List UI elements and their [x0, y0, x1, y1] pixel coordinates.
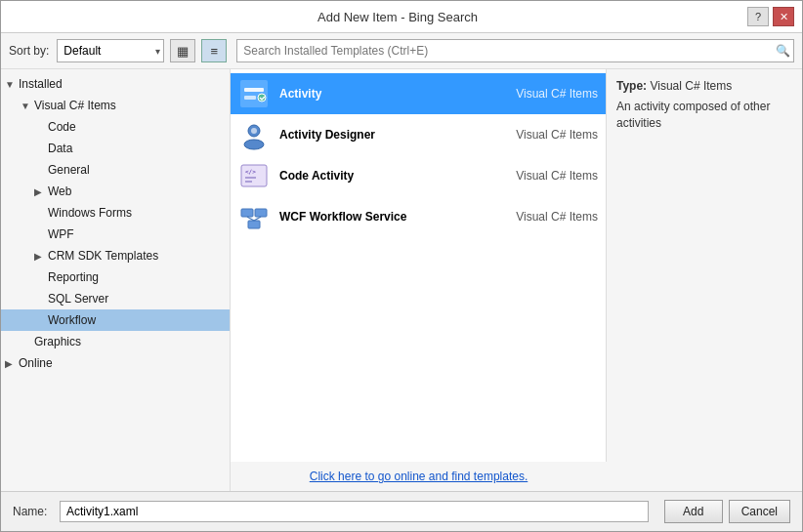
title-bar: Add New Item - Bing Search ? ✕ [1, 1, 802, 33]
view-list-button[interactable]: ≡ [201, 39, 227, 62]
list-item-wcf-workflow[interactable]: WCF Workflow Service Visual C# Items [231, 196, 606, 237]
sidebar-item-label: Graphics [34, 335, 81, 348]
expand-icon: ▼ [21, 101, 34, 111]
info-description: An activity composed of other activities [616, 99, 792, 132]
name-input[interactable] [60, 501, 649, 522]
type-label: Type: [616, 79, 647, 93]
code-activity-icon: </> [238, 160, 270, 191]
title-buttons: ? ✕ [747, 7, 794, 26]
sidebar-item-label: Windows Forms [48, 206, 132, 220]
svg-rect-13 [248, 221, 260, 228]
sidebar-item-general[interactable]: General [1, 159, 230, 181]
svg-text:</>: </> [245, 168, 256, 175]
activity-icon [238, 78, 270, 109]
list-item-category: Visual C# Items [500, 210, 598, 224]
dialog: Add New Item - Bing Search ? ✕ Sort by: … [0, 0, 803, 532]
info-panel: Type: Visual C# Items An activity compos… [607, 69, 802, 491]
sort-select[interactable]: Default [57, 39, 164, 62]
info-type-row: Type: Visual C# Items [616, 79, 792, 93]
sidebar-item-data[interactable]: Data [1, 138, 230, 159]
online-link[interactable]: Click here to go online and find templat… [231, 462, 607, 491]
grid-view-icon: ▦ [177, 44, 189, 59]
expand-icon: ▶ [34, 186, 48, 197]
list-item-name: Activity Designer [279, 128, 490, 142]
sidebar-item-online[interactable]: ▶ Online [1, 352, 230, 374]
item-list-container: Activity Visual C# Items Activity Design… [231, 69, 607, 491]
sidebar-item-label: Data [48, 142, 72, 155]
list-view-icon: ≡ [211, 44, 219, 59]
wcf-workflow-icon [238, 201, 270, 232]
list-item-name: Code Activity [279, 169, 490, 183]
sidebar-item-web[interactable]: ▶ Web [1, 181, 230, 202]
expand-icon: ▶ [34, 251, 48, 262]
sort-label: Sort by: [9, 44, 49, 58]
sidebar-item-graphics[interactable]: Graphics [1, 331, 230, 352]
sidebar-item-label: Online [19, 356, 53, 370]
list-item-category: Visual C# Items [500, 128, 598, 142]
sidebar-item-label: WPF [48, 227, 74, 241]
expand-icon: ▼ [5, 79, 19, 90]
svg-point-6 [251, 128, 257, 134]
sidebar-item-label: Visual C# Items [34, 99, 116, 112]
name-label: Name: [13, 505, 52, 518]
sort-select-wrap: Default [57, 39, 164, 62]
close-button[interactable]: ✕ [773, 7, 794, 26]
list-item-name: WCF Workflow Service [279, 210, 490, 224]
sidebar-item-label: Workflow [48, 313, 96, 327]
svg-line-15 [254, 217, 261, 221]
search-icon: 🔍 [776, 44, 790, 58]
sidebar-item-reporting[interactable]: Reporting [1, 266, 230, 288]
add-button[interactable]: Add [664, 500, 723, 523]
toolbar: Sort by: Default ▦ ≡ 🔍 [1, 33, 802, 69]
sidebar-item-label: SQL Server [48, 292, 108, 306]
sidebar-item-label: Installed [19, 77, 63, 91]
cancel-button[interactable]: Cancel [729, 500, 790, 523]
sidebar-item-installed[interactable]: ▼ Installed [1, 73, 230, 95]
svg-rect-11 [241, 209, 253, 217]
svg-rect-12 [255, 209, 267, 217]
sidebar-item-sql-server[interactable]: SQL Server [1, 288, 230, 309]
search-wrap: 🔍 [236, 39, 794, 62]
main-content: ▼ Installed ▼ Visual C# Items Code [1, 69, 802, 491]
sidebar-item-label: General [48, 163, 90, 177]
expand-icon: ▶ [5, 358, 19, 369]
activity-designer-icon [238, 119, 270, 150]
svg-rect-2 [244, 96, 256, 100]
view-grid-button[interactable]: ▦ [170, 39, 195, 62]
sidebar-item-label: Web [48, 184, 71, 198]
footer-buttons: Add Cancel [664, 500, 790, 523]
list-item-code-activity[interactable]: </> Code Activity Visual C# Items [231, 155, 606, 196]
search-input[interactable] [236, 39, 794, 62]
list-item-category: Visual C# Items [500, 169, 598, 183]
list-item-activity-designer[interactable]: Activity Designer Visual C# Items [231, 114, 606, 155]
svg-point-5 [244, 140, 264, 149]
bottom-bar: Name: Add Cancel [1, 491, 802, 531]
list-item-name: Activity [279, 87, 490, 101]
sidebar-item-label: Code [48, 120, 76, 134]
list-item-category: Visual C# Items [500, 87, 598, 101]
svg-line-14 [247, 217, 254, 221]
sidebar-item-code[interactable]: Code [1, 116, 230, 138]
type-value: Visual C# Items [650, 79, 732, 93]
sidebar-item-label: Reporting [48, 270, 99, 284]
item-list: Activity Visual C# Items Activity Design… [231, 69, 607, 462]
sidebar-item-visual-cs[interactable]: ▼ Visual C# Items [1, 95, 230, 116]
sidebar: ▼ Installed ▼ Visual C# Items Code [1, 69, 231, 491]
list-item-activity[interactable]: Activity Visual C# Items [231, 73, 606, 114]
help-button[interactable]: ? [747, 7, 769, 26]
dialog-title: Add New Item - Bing Search [48, 10, 747, 24]
sidebar-item-label: CRM SDK Templates [48, 249, 158, 263]
sidebar-item-windows-forms[interactable]: Windows Forms [1, 202, 230, 224]
sidebar-item-wpf[interactable]: WPF [1, 224, 230, 245]
sidebar-item-crm-sdk[interactable]: ▶ CRM SDK Templates [1, 245, 230, 266]
svg-rect-1 [244, 88, 264, 92]
sidebar-item-workflow[interactable]: Workflow [1, 309, 230, 331]
